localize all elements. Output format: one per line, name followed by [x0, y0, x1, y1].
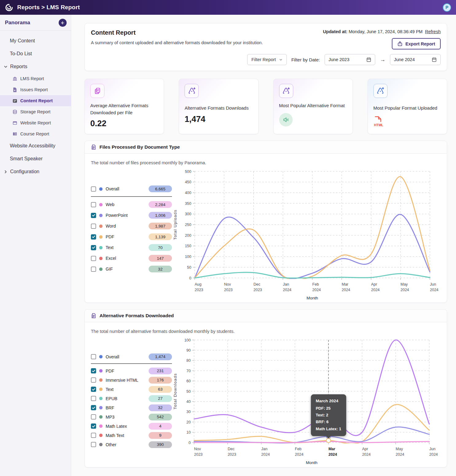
- svg-text:Nov: Nov: [194, 447, 201, 451]
- svg-text:Total Uploads: Total Uploads: [173, 209, 177, 240]
- legend-checkbox-overall[interactable]: [91, 186, 96, 192]
- svg-text:30: 30: [186, 410, 191, 414]
- legend-divider: [91, 363, 172, 364]
- series-color-dot: [99, 434, 103, 437]
- svg-text:200: 200: [185, 233, 191, 237]
- arrow-left-icon: [61, 21, 65, 25]
- content-list-icon: [12, 99, 17, 103]
- legend-checkbox-text[interactable]: [91, 245, 96, 250]
- legend-checkbox-powerpoint[interactable]: [91, 213, 96, 218]
- documents-copy-icon: [90, 84, 104, 98]
- sidebar-item-storage-report[interactable]: Storage Report: [0, 106, 71, 117]
- export-icon: [397, 41, 403, 46]
- filter-report-dropdown[interactable]: Filter Report: [247, 54, 287, 65]
- series-color-dot: [99, 235, 103, 239]
- legend-label: BRF: [106, 405, 146, 410]
- svg-text:90: 90: [186, 348, 191, 352]
- legend-label: Other: [106, 442, 146, 447]
- sidebar-item-smart-speaker[interactable]: Smart Speaker: [0, 152, 71, 165]
- legend-checkbox-other[interactable]: [91, 442, 96, 447]
- legend-label: PDF: [106, 369, 146, 373]
- legend-checkbox-gif[interactable]: [91, 267, 96, 272]
- svg-text:80: 80: [186, 358, 191, 363]
- legend-checkbox-pdf[interactable]: [91, 368, 96, 373]
- calendar-icon: [432, 57, 437, 62]
- document-icon: [91, 144, 96, 150]
- legend-checkbox-web[interactable]: [91, 202, 96, 207]
- sidebar-item-issues-report[interactable]: Issues Report: [0, 84, 71, 95]
- series-color-dot: [99, 246, 103, 249]
- legend-checkbox-math-text[interactable]: [91, 433, 96, 438]
- svg-text:2024: 2024: [430, 288, 438, 292]
- series-color-dot: [99, 388, 103, 391]
- svg-text:May: May: [400, 282, 408, 287]
- files-processed-panel: Files Processed By Document Type The tot…: [84, 141, 447, 303]
- legend-checkbox-excel[interactable]: [91, 256, 96, 261]
- alt-format-download-icon: [279, 84, 293, 98]
- sidebar-item-content-report[interactable]: Content Report: [0, 95, 71, 106]
- date-to-input[interactable]: June 2024: [390, 54, 441, 65]
- legend-checkbox-brf[interactable]: [91, 405, 96, 410]
- stat-label: Most Popular Alternative Format: [279, 102, 345, 109]
- sidebar-collapse-button[interactable]: [59, 19, 67, 27]
- svg-text:60: 60: [186, 379, 191, 383]
- date-from-input[interactable]: June 2023: [325, 54, 375, 65]
- legend-checkbox-mp3[interactable]: [91, 414, 96, 419]
- user-avatar[interactable]: P: [443, 3, 451, 12]
- legend-label: Word: [106, 224, 146, 228]
- legend-item-math-text: Math Text9: [91, 431, 172, 440]
- svg-text:2024: 2024: [329, 452, 337, 457]
- bank-icon: [12, 76, 17, 81]
- legend-label: GIF: [106, 267, 146, 271]
- svg-text:Month: Month: [306, 296, 318, 300]
- legend-checkbox-overall[interactable]: [91, 354, 96, 359]
- count-badge: 2,284: [149, 201, 172, 208]
- count-badge: 63: [149, 386, 172, 393]
- svg-text:HTML: HTML: [374, 123, 383, 127]
- sidebar-item-website-accessibility[interactable]: Website Accessibility: [0, 139, 71, 152]
- open-book-icon: [12, 132, 17, 136]
- sidebar-item-course-report[interactable]: Course Report: [0, 128, 71, 139]
- legend-label: Immersive HTML: [106, 378, 146, 383]
- svg-text:2024: 2024: [429, 452, 438, 457]
- count-badge: 390: [149, 441, 172, 448]
- count-badge: 147: [149, 255, 172, 262]
- panel-title: Alternative Formats Downloaded: [99, 313, 174, 318]
- chart-tooltip: March 2024PDF: 25Text: 2BRF: 6Math Latex…: [311, 394, 346, 436]
- count-badge: 231: [149, 368, 172, 374]
- alt-format-download-icon: [185, 84, 199, 98]
- stat-value: 0.22: [90, 119, 158, 128]
- sidebar-item-my-content[interactable]: My Content: [0, 34, 71, 47]
- legend-checkbox-immersive-html[interactable]: [91, 377, 96, 383]
- series-color-dot: [99, 406, 103, 409]
- svg-text:50: 50: [186, 389, 191, 393]
- legend-item-overall: Overall6,665: [91, 184, 172, 194]
- legend-checkbox-epub[interactable]: [91, 396, 96, 401]
- svg-text:2023: 2023: [195, 288, 203, 292]
- legend-checkbox-word[interactable]: [91, 224, 96, 229]
- sidebar-item-reports[interactable]: Reports: [0, 60, 71, 73]
- refresh-link[interactable]: Refresh: [425, 29, 441, 34]
- sidebar-item-todo-list[interactable]: To-Do List: [0, 47, 71, 60]
- legend-label: Math Text: [106, 433, 146, 438]
- sidebar-item-configuration[interactable]: Configuration: [0, 165, 71, 178]
- legend-label: Text: [106, 387, 146, 392]
- svg-text:0: 0: [189, 440, 191, 445]
- legend-checkbox-pdf[interactable]: [91, 234, 96, 240]
- legend-item-gif: GIF32: [91, 264, 172, 275]
- export-report-button[interactable]: Export Report: [392, 38, 441, 49]
- sidebar-item-website-report[interactable]: Website Report: [0, 117, 71, 128]
- stat-label: Most Popular Format Uploaded: [373, 105, 439, 112]
- legend-item-epub: EPUB27: [91, 394, 172, 403]
- count-badge: 27: [149, 395, 172, 402]
- svg-text:2024: 2024: [400, 288, 409, 292]
- series-color-dot: [99, 224, 103, 228]
- sidebar-item-lms-report[interactable]: LMS Report: [0, 73, 71, 84]
- svg-text:Total Downloads: Total Downloads: [173, 373, 177, 409]
- svg-text:Apr: Apr: [362, 447, 368, 451]
- legend-item-pdf: PDF1,139: [91, 232, 172, 242]
- legend-checkbox-math-latex[interactable]: [91, 423, 96, 429]
- svg-text:Mar: Mar: [329, 447, 335, 451]
- legend-item-immersive-html: Immersive HTML176: [91, 376, 172, 385]
- legend-checkbox-text[interactable]: [91, 387, 96, 392]
